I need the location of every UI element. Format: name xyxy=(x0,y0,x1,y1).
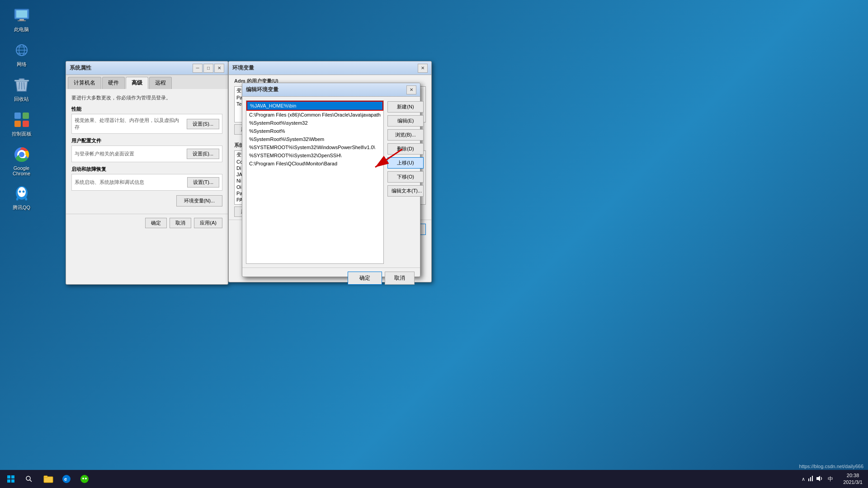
dialog-edit-button[interactable]: 编辑(E) xyxy=(387,115,424,127)
svg-rect-42 xyxy=(810,477,811,481)
svg-rect-30 xyxy=(7,479,10,483)
svg-rect-16 xyxy=(23,113,29,119)
startup-desc: 系统启动、系统故障和调试信息 xyxy=(75,179,144,186)
env-vars-title: 环境变量 xyxy=(232,64,254,72)
sys-props-ok-button[interactable]: 确定 xyxy=(145,218,167,228)
env-entry-6[interactable]: %SYSTEMROOT%\System32\OpenSSH\ xyxy=(246,151,383,160)
desktop-icon-label-recycle: 回收站 xyxy=(14,96,29,103)
desktop-icon-qq[interactable]: 腾讯QQ xyxy=(5,183,38,213)
startup-settings-button[interactable]: 设置(T)... xyxy=(187,177,219,188)
dialog-action-buttons: 新建(N) 编辑(E) 浏览(B)... 删除(D) 上移(U) 下移(O) 编… xyxy=(387,100,424,264)
dialog-move-down-button[interactable]: 下移(O) xyxy=(387,171,424,183)
env-entry-5[interactable]: %SYSTEMROOT%\System32\WindowsPowerShell\… xyxy=(246,143,383,151)
sys-props-minimize-button[interactable]: ─ xyxy=(193,64,203,73)
dialog-edit-text-button[interactable]: 编辑文本(T)... xyxy=(387,185,424,197)
env-entry-7[interactable]: C:\Program Files\QCloud\Monitor\Barad xyxy=(246,160,383,168)
taskbar-language[interactable]: 中 xyxy=(825,475,836,483)
desktop: 此电脑 网络 xyxy=(0,0,868,488)
taskbar-wechat[interactable] xyxy=(76,471,93,487)
sys-props-maximize-button[interactable]: □ xyxy=(203,64,213,73)
edit-env-window-controls: ✕ xyxy=(406,85,416,94)
control-panel-icon xyxy=(13,111,31,129)
desktop-icon-control-panel[interactable]: 控制面板 xyxy=(5,109,38,139)
sys-props-close-button[interactable]: ✕ xyxy=(214,64,224,73)
svg-rect-1 xyxy=(16,10,27,18)
taskbar-edge[interactable]: e xyxy=(58,471,75,487)
network-icon xyxy=(13,41,31,59)
desktop-icon-this-pc[interactable]: 此电脑 xyxy=(5,5,38,35)
svg-rect-41 xyxy=(808,479,809,481)
user-profiles-settings-button[interactable]: 设置(E)... xyxy=(187,149,219,159)
startup-title: 启动和故障恢复 xyxy=(71,166,222,173)
tray-expand[interactable]: ∧ xyxy=(802,476,805,482)
svg-rect-18 xyxy=(23,121,29,127)
recycle-bin-icon xyxy=(13,76,31,94)
env-entry-1[interactable]: C:\Program Files (x86)\Common Files\Orac… xyxy=(246,111,383,119)
tab-hardware[interactable]: 硬件 xyxy=(102,77,125,89)
svg-rect-28 xyxy=(7,475,10,479)
svg-point-23 xyxy=(18,187,26,197)
dialog-list-area: %JAVA_HOME%\bin C:\Program Files (x86)\C… xyxy=(246,100,384,264)
taskbar-tray: ∧ 中 xyxy=(798,475,840,483)
tab-remote[interactable]: 远程 xyxy=(149,77,172,89)
sys-props-window-controls: ─ □ ✕ xyxy=(193,64,224,73)
svg-rect-43 xyxy=(812,476,813,481)
edit-env-title: 编辑环境变量 xyxy=(246,86,278,94)
svg-rect-17 xyxy=(14,121,21,127)
tab-computer-name[interactable]: 计算机名 xyxy=(68,77,101,89)
performance-settings-button[interactable]: 设置(S)... xyxy=(187,119,219,129)
env-entry-4[interactable]: %SystemRoot%\System32\Wbem xyxy=(246,135,383,143)
desktop-icons: 此电脑 网络 xyxy=(5,5,38,213)
svg-line-33 xyxy=(30,480,32,482)
env-entries-list: %JAVA_HOME%\bin C:\Program Files (x86)\C… xyxy=(246,100,384,264)
tray-network-icon xyxy=(807,475,814,483)
tab-advanced[interactable]: 高级 xyxy=(126,77,148,89)
dialog-delete-button[interactable]: 删除(D) xyxy=(387,143,424,155)
svg-point-21 xyxy=(19,152,24,157)
taskbar-date: 2021/3/1 xyxy=(843,479,863,486)
start-button[interactable] xyxy=(2,470,20,488)
sys-props-apply-button[interactable]: 应用(A) xyxy=(194,218,222,228)
admin-note: 要进行大多数更改，你必须作为管理员登录。 xyxy=(71,94,222,101)
edit-env-ok-button[interactable]: 确定 xyxy=(348,272,382,285)
svg-line-12 xyxy=(19,82,19,89)
sys-props-cancel-button[interactable]: 取消 xyxy=(170,218,191,228)
env-entry-2[interactable]: %SystemRoot%\system32 xyxy=(246,119,383,127)
search-button[interactable] xyxy=(20,470,38,488)
performance-desc: 视觉效果、处理器计划、内存使用，以及虚拟内存 xyxy=(75,117,183,131)
env-vars-row: 环境变量(N)... xyxy=(71,195,222,206)
sys-props-title: 系统属性 xyxy=(70,64,91,72)
desktop-icon-network[interactable]: 网络 xyxy=(5,39,38,70)
taskbar-clock: 20:38 2021/3/1 xyxy=(840,472,866,486)
env-entry-0[interactable]: %JAVA_HOME%\bin xyxy=(246,101,383,111)
sys-props-content: 要进行大多数更改，你必须作为管理员登录。 性能 视觉效果、处理器计划、内存使用，… xyxy=(66,89,228,212)
env-entry-3[interactable]: %SystemRoot% xyxy=(246,127,383,135)
desktop-icon-label-control-panel: 控制面板 xyxy=(12,131,32,137)
desktop-icon-chrome[interactable]: Google Chrome xyxy=(5,144,38,178)
svg-rect-31 xyxy=(11,479,14,483)
dialog-move-up-button[interactable]: 上移(U) xyxy=(387,157,424,169)
svg-rect-35 xyxy=(44,476,47,478)
desktop-icon-label-chrome: Google Chrome xyxy=(6,165,37,176)
taskbar-time: 20:38 xyxy=(843,472,863,479)
user-profiles-box: 与登录帐户相关的桌面设置 设置(E)... xyxy=(71,145,222,162)
dialog-new-button[interactable]: 新建(N) xyxy=(387,101,424,113)
performance-section: 性能 视觉效果、处理器计划、内存使用，以及虚拟内存 设置(S)... xyxy=(71,106,222,134)
this-pc-icon xyxy=(13,6,31,24)
edit-env-close-button[interactable]: ✕ xyxy=(406,85,416,94)
edit-env-cancel-button[interactable]: 取消 xyxy=(385,272,415,285)
sys-props-titlebar: 系统属性 ─ □ ✕ xyxy=(66,61,228,75)
chrome-icon xyxy=(13,145,31,164)
desktop-icon-label-qq: 腾讯QQ xyxy=(13,204,30,211)
startup-section: 启动和故障恢复 系统启动、系统故障和调试信息 设置(T)... xyxy=(71,166,222,191)
env-vars-button[interactable]: 环境变量(N)... xyxy=(176,195,222,206)
sys-props-tabs: 计算机名 硬件 高级 远程 xyxy=(66,75,228,89)
svg-rect-11 xyxy=(14,80,29,81)
env-vars-close-button[interactable]: ✕ xyxy=(418,64,428,73)
desktop-icon-recycle[interactable]: 回收站 xyxy=(5,74,38,104)
taskbar-explorer[interactable] xyxy=(40,471,57,487)
svg-rect-15 xyxy=(14,113,21,119)
desktop-icon-label-network: 网络 xyxy=(17,61,27,68)
svg-rect-29 xyxy=(11,475,14,479)
dialog-browse-button[interactable]: 浏览(B)... xyxy=(387,129,424,141)
